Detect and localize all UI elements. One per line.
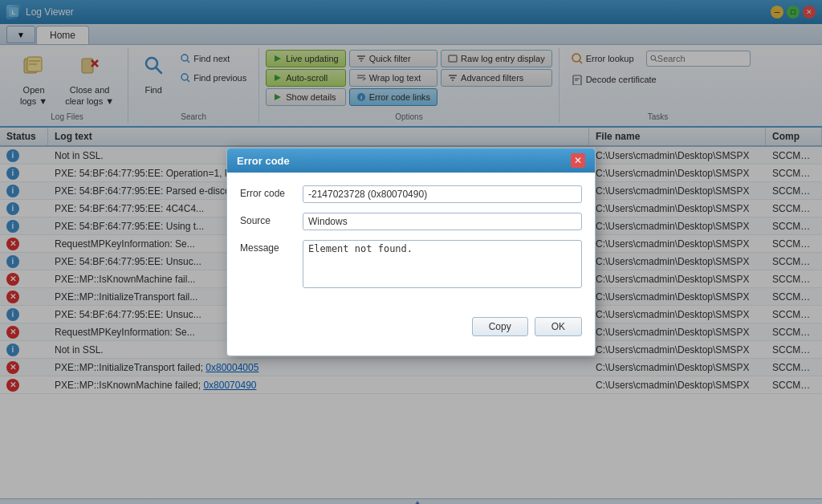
modal-label-errorcode: Error code	[240, 185, 296, 199]
modal-overlay: Error code ✕ Error code Source Message E…	[0, 0, 822, 504]
modal-buttons: Copy OK	[227, 311, 595, 346]
modal-close-button[interactable]: ✕	[571, 153, 585, 168]
modal-titlebar: Error code ✕	[227, 148, 595, 173]
modal-label-message: Message	[240, 240, 296, 254]
copy-button[interactable]: Copy	[472, 317, 528, 336]
modal-row-message: Message Element not found.	[240, 240, 582, 288]
modal-field-message[interactable]: Element not found.	[303, 240, 582, 288]
modal-body: Error code Source Message Element not fo…	[227, 173, 595, 311]
modal-row-source: Source	[240, 213, 582, 230]
modal-field-source[interactable]	[303, 213, 582, 230]
modal-row-errorcode: Error code	[240, 185, 582, 203]
ok-button[interactable]: OK	[535, 317, 582, 336]
modal-label-source: Source	[240, 213, 296, 226]
modal-field-errorcode[interactable]	[303, 185, 582, 203]
modal-title: Error code	[237, 155, 290, 167]
error-code-modal: Error code ✕ Error code Source Message E…	[226, 148, 596, 356]
